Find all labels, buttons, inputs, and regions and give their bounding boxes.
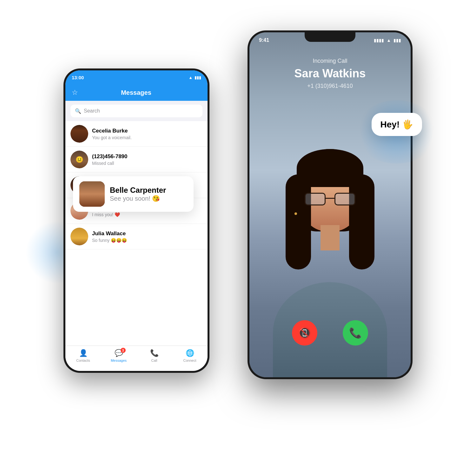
message-content-cecelia: Cecelia Burke You got a voicemail. [92, 128, 202, 140]
messages-status-icons: ▲ ▮▮▮ [188, 75, 201, 80]
list-item[interactable]: 😐 (123)456-7890 Missed call [65, 147, 208, 172]
call-status-icons: ▮▮▮▮ ▲ ▮▮▮ [374, 38, 401, 43]
tab-contacts-label: Contacts [76, 359, 90, 362]
belle-name: Belle Carpenter [110, 186, 166, 195]
incoming-call-label: Incoming Call [249, 58, 411, 64]
wifi-icon: ▲ [188, 75, 193, 80]
messages-nav-bar: ☆ Messages [65, 84, 208, 101]
belle-popup: Belle Carpenter See you soon! 😘 [73, 176, 194, 212]
caller-name: Sara Watkins [249, 67, 411, 80]
sara-neck [321, 225, 340, 250]
belle-message: See you soon! 😘 [110, 195, 166, 202]
hey-popup: Hey! 🖐 [372, 113, 422, 136]
contact-name: Julia Wallace [92, 230, 202, 237]
message-list: Cecelia Burke You got a voicemail. 😐 (12… [65, 121, 208, 346]
call-info: Incoming Call Sara Watkins +1 (310)961-4… [249, 58, 411, 89]
phone-messages: 13:00 ▲ ▮▮▮ ☆ Messages 🔍 Search [63, 68, 209, 373]
call-time: 9:41 [259, 37, 269, 43]
signal-icon: ▮▮▮ [195, 75, 201, 80]
list-item[interactable]: Julia Wallace So funny 😝😝😝 [65, 224, 208, 249]
messages-status-bar: 13:00 ▲ ▮▮▮ [65, 70, 208, 84]
tab-contacts[interactable]: 👤 Contacts [65, 349, 101, 362]
messages-time: 13:00 [72, 75, 84, 80]
contact-name: (123)456-7890 [92, 153, 202, 160]
message-preview: So funny 😝😝😝 [92, 238, 202, 243]
star-icon[interactable]: ☆ [72, 88, 78, 97]
belle-avatar [79, 181, 105, 207]
tab-call[interactable]: 📞 Call [136, 349, 172, 362]
accept-phone-icon: 📞 [349, 327, 362, 339]
decline-phone-icon: 📵 [298, 327, 311, 339]
belle-info: Belle Carpenter See you soon! 😘 [110, 186, 166, 202]
battery-icon: ▮▮▮ [393, 38, 401, 43]
search-placeholder: Search [84, 108, 100, 114]
search-icon: 🔍 [75, 108, 81, 114]
bottom-tabs: 👤 Contacts 💬 3 Messages 📞 Call 🌐 Con [65, 346, 208, 371]
signal-bars-icon: ▮▮▮▮ [374, 38, 384, 43]
caller-number: +1 (310)961-4610 [249, 83, 411, 89]
tab-call-label: Call [151, 359, 157, 362]
sara-hair-left [286, 174, 311, 269]
decline-button[interactable]: 📵 [292, 320, 317, 346]
avatar-number: 😐 [70, 151, 88, 168]
glasses-bridge [326, 198, 334, 199]
tab-messages[interactable]: 💬 3 Messages [101, 349, 136, 362]
avatar-cecelia [70, 125, 88, 143]
call-icon: 📞 [150, 349, 159, 357]
wifi-icon: ▲ [387, 38, 391, 43]
messages-badge-container: 💬 3 [115, 349, 123, 357]
message-preview: You got a voicemail. [92, 135, 202, 140]
contact-name: Cecelia Burke [92, 128, 202, 134]
sara-hair-right [349, 174, 374, 269]
hey-text: Hey! 🖐 [380, 120, 413, 129]
messages-title: Messages [121, 89, 151, 96]
call-buttons: 📵 📞 [249, 320, 411, 346]
glasses-left [305, 193, 326, 205]
scene: 13:00 ▲ ▮▮▮ ☆ Messages 🔍 Search [63, 30, 413, 443]
connect-icon: 🌐 [186, 349, 194, 357]
phone-notch [305, 32, 355, 42]
search-input[interactable]: 🔍 Search [70, 105, 202, 117]
search-bar: 🔍 Search [65, 101, 208, 121]
tab-connect-label: Connect [183, 359, 196, 362]
message-content-number: (123)456-7890 Missed call [92, 153, 202, 166]
glasses-right [334, 193, 355, 205]
list-item[interactable]: Cecelia Burke You got a voicemail. [65, 121, 208, 147]
contacts-icon: 👤 [79, 349, 88, 357]
avatar-julia [70, 228, 88, 245]
message-preview: I miss you! ❤️ [92, 212, 202, 217]
message-content-julia: Julia Wallace So funny 😝😝😝 [92, 230, 202, 243]
message-preview: Missed call [92, 161, 202, 166]
tab-messages-label: Messages [111, 359, 127, 362]
accept-button[interactable]: 📞 [343, 320, 368, 346]
messages-badge: 3 [121, 348, 126, 353]
sara-earring [294, 212, 297, 215]
phone-call: 9:41 ▮▮▮▮ ▲ ▮▮▮ Incoming Call Sara Watki… [248, 30, 413, 379]
tab-connect[interactable]: 🌐 Connect [172, 349, 208, 362]
sara-hair-front [297, 149, 363, 187]
sara-glasses [305, 193, 355, 206]
